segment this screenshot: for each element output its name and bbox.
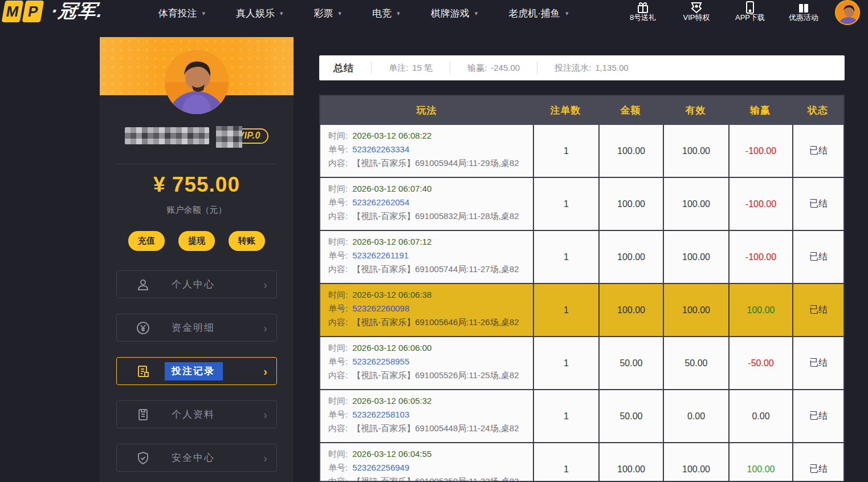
column-header-playtype: 玩法 xyxy=(320,96,533,125)
bet-count-cell: 1 xyxy=(533,231,598,283)
table-row: 时间:2026-03-12 06:04:55 单号:523262256949 内… xyxy=(320,443,843,482)
profile-icon xyxy=(136,408,150,422)
transfer-button[interactable]: 转账 xyxy=(229,231,265,251)
nav-item-board-games[interactable]: 棋牌游戏▾ xyxy=(431,7,478,20)
bet-content-line: 内容:【視訊-百家乐】691005832局:11-28场,桌82 xyxy=(328,209,527,223)
bet-content-value: 【視訊-百家乐】691005944局:11-29场,桌82 xyxy=(352,158,519,168)
promo-icon xyxy=(797,1,810,11)
bet-order-link[interactable]: 523262263334 xyxy=(352,144,409,154)
account-sidebar: VIP.0 ¥ 755.00 账户余额（元） 充值 提现 转账 个人中心 › 资… xyxy=(100,37,294,482)
bet-time-line: 时间:2026-03-12 06:05:32 xyxy=(328,394,527,408)
bet-order-link[interactable]: 523262260098 xyxy=(352,303,409,313)
status-cell: 已结 xyxy=(792,125,843,177)
bet-order-link[interactable]: 523262256949 xyxy=(352,463,409,472)
bet-time-value: 2026-03-12 06:06:38 xyxy=(352,290,431,299)
bet-order-link[interactable]: 523262258955 xyxy=(352,357,409,366)
bet-content-line: 内容:【視訊-百家乐】691005646局:11-26场,桌82 xyxy=(328,315,527,329)
bet-order-line: 单号:523262258103 xyxy=(328,408,527,422)
winloss-cell: 100.00 xyxy=(728,284,792,336)
main-nav: 体育投注▾ 真人娱乐▾ 彩票▾ 电竞▾ 棋牌游戏▾ 老虎机·捕鱼▾ xyxy=(158,7,569,20)
table-row: 时间:2026-03-12 06:08:22 单号:523262263334 内… xyxy=(320,125,843,178)
bet-info-cell: 时间:2026-03-12 06:07:40 单号:523262262054 内… xyxy=(320,178,533,230)
amount-cell: 100.00 xyxy=(598,178,663,230)
sidebar-item-security-center[interactable]: 安全中心 › xyxy=(116,444,277,472)
bet-time-value: 2026-03-12 06:06:00 xyxy=(352,343,431,353)
bet-content-value: 【視訊-百家乐】691005832局:11-28场,桌82 xyxy=(352,211,519,221)
user-avatar-large[interactable] xyxy=(165,50,229,114)
chevron-right-icon: › xyxy=(263,452,267,464)
nav-item-sports[interactable]: 体育投注▾ xyxy=(158,7,206,20)
username-blurred xyxy=(125,127,209,144)
quick-link-vip[interactable]: VIP特权 xyxy=(678,4,715,23)
sidebar-item-bet-records[interactable]: 投注记录 › xyxy=(116,357,277,385)
records-icon xyxy=(136,364,150,378)
chevron-right-icon: › xyxy=(263,409,267,420)
account-balance-label: 账户余额（元） xyxy=(100,205,294,216)
bet-content-line: 内容:【視訊-百家乐】691005526局:11-25场,桌82 xyxy=(328,368,527,382)
bet-order-line: 单号:523262262054 xyxy=(328,196,527,209)
user-avatar-small[interactable] xyxy=(835,0,860,25)
valid-amount-cell: 100.00 xyxy=(663,178,728,230)
summary-turnover: 投注流水:1,135.00 xyxy=(555,63,629,74)
nav-item-esports[interactable]: 电竞▾ xyxy=(372,7,400,20)
withdraw-button[interactable]: 提现 xyxy=(178,231,215,251)
summary-separator xyxy=(537,62,537,74)
valid-amount-cell: 100.00 xyxy=(663,125,728,177)
bet-order-line: 单号:523262258955 xyxy=(328,355,527,368)
user-icon xyxy=(136,278,150,291)
chevron-right-icon: › xyxy=(263,366,267,377)
summary-bar: 总结 单注:15 笔 输赢:-245.00 投注流水:1,135.00 xyxy=(319,55,845,80)
gift-icon xyxy=(636,1,650,11)
chevron-down-icon: ▾ xyxy=(202,10,206,17)
deposit-button[interactable]: 充值 xyxy=(128,231,165,251)
status-cell: 已结 xyxy=(792,231,843,283)
quick-link-app-download[interactable]: APP下载 xyxy=(731,4,769,23)
bet-order-link[interactable]: 523262262054 xyxy=(352,197,409,207)
status-cell: 已结 xyxy=(792,390,843,442)
chevron-right-icon: › xyxy=(263,322,267,334)
valid-amount-cell: 0.00 xyxy=(663,390,728,442)
bet-content-value: 【視訊-百家乐】691005350局:11-23场,桌82 xyxy=(352,476,519,482)
nav-item-lottery[interactable]: 彩票▾ xyxy=(314,7,342,20)
summary-bet-count: 单注:15 笔 xyxy=(389,63,433,74)
bet-content-line: 内容:【視訊-百家乐】691005744局:11-27场,桌82 xyxy=(328,262,527,276)
valid-amount-cell: 100.00 xyxy=(663,443,728,482)
site-logo[interactable]: M P ·冠军. xyxy=(3,0,104,24)
table-header-row: 玩法 注单数 金额 有效 输赢 状态 xyxy=(320,96,843,125)
nav-item-slots-fishing[interactable]: 老虎机·捕鱼▾ xyxy=(508,7,568,20)
table-body: 时间:2026-03-12 06:08:22 单号:523262263334 内… xyxy=(320,125,843,482)
bet-time-line: 时间:2026-03-12 06:08:22 xyxy=(328,129,527,143)
bet-order-link[interactable]: 523262261191 xyxy=(352,250,409,260)
logo-text: ·冠军. xyxy=(50,0,105,24)
winloss-cell: -100.00 xyxy=(728,178,792,230)
bet-count-cell: 1 xyxy=(533,443,598,482)
sidebar-divider xyxy=(117,164,276,164)
bet-time-line: 时间:2026-03-12 06:04:55 xyxy=(328,447,527,461)
bet-records-content: 总结 单注:15 笔 输赢:-245.00 投注流水:1,135.00 玩法 注… xyxy=(319,55,845,482)
summary-title: 总结 xyxy=(333,62,354,75)
nav-item-live-casino[interactable]: 真人娱乐▾ xyxy=(236,7,283,20)
quick-link-promotions[interactable]: 优惠活动 xyxy=(785,4,822,23)
bet-time-line: 时间:2026-03-12 06:06:00 xyxy=(328,341,527,355)
phone-icon xyxy=(743,1,757,11)
bet-content-line: 内容:【視訊-百家乐】691005448局:11-24场,桌82 xyxy=(328,422,527,435)
bet-time-value: 2026-03-12 06:04:55 xyxy=(352,449,431,459)
wallet-actions: 充值 提现 转账 xyxy=(100,231,294,251)
bet-order-link[interactable]: 523262258103 xyxy=(352,410,409,419)
chevron-down-icon: ▾ xyxy=(565,10,569,17)
quick-link-gift[interactable]: 8号送礼 xyxy=(624,4,662,23)
bet-time-value: 2026-03-12 06:08:22 xyxy=(352,131,431,140)
bet-content-value: 【視訊-百家乐】691005526局:11-25场,桌82 xyxy=(352,370,519,380)
column-header-bet-count: 注单数 xyxy=(533,96,598,125)
sidebar-item-funds-detail[interactable]: 资金明细 › xyxy=(116,314,277,342)
bet-time-line: 时间:2026-03-12 06:07:12 xyxy=(328,235,527,249)
summary-winloss: 输赢:-245.00 xyxy=(467,63,520,74)
bet-info-cell: 时间:2026-03-12 06:05:32 单号:523262258103 内… xyxy=(320,390,533,442)
sidebar-item-personal-center[interactable]: 个人中心 › xyxy=(116,270,277,298)
status-cell: 已结 xyxy=(792,178,843,230)
sidebar-item-profile[interactable]: 个人资料 › xyxy=(116,400,277,428)
bet-count-cell: 1 xyxy=(533,178,598,230)
logo-block-p: P xyxy=(22,1,44,22)
chevron-right-icon: › xyxy=(263,279,267,290)
chevron-down-icon: ▾ xyxy=(475,10,478,17)
